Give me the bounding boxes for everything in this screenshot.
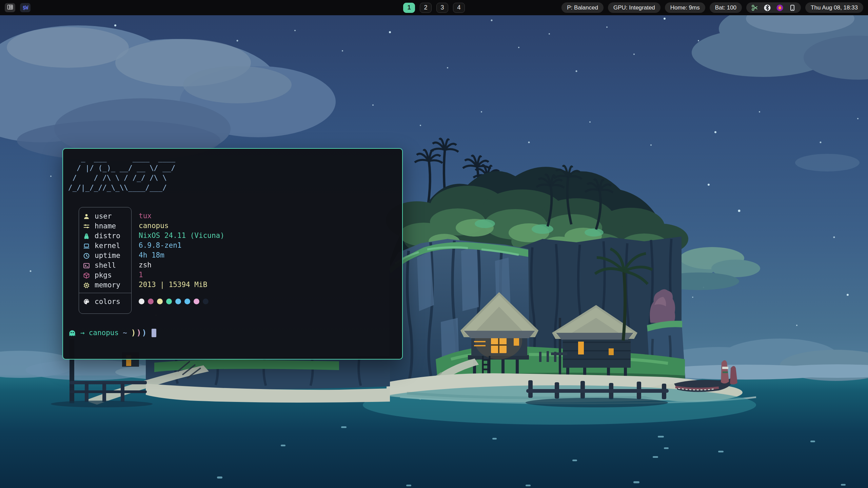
info-key-colors: colors (79, 293, 131, 310)
workspace-pill-1[interactable]: 1 (403, 3, 415, 13)
network-latency-pill[interactable]: Home: 9ms (665, 2, 705, 13)
prompt-path: ~ (123, 328, 127, 338)
fastfetch-values: tuxcanopusNixOS 24.11 (Vicuna)6.9.8-zen1… (132, 207, 224, 314)
color-swatch (175, 299, 181, 304)
penguin-icon (83, 233, 90, 240)
prompt-chevron: ) (131, 328, 136, 338)
user-icon (83, 213, 90, 220)
power-profile-pill[interactable]: P: Balanced (561, 2, 604, 13)
nixos-ascii-logo: _ ___ ____ ____ / |/ (_)_ __/ __ \/ __/ … (68, 154, 402, 193)
workspace-switcher: 1234 (403, 3, 465, 13)
info-value-memory: 2013 | 15394 MiB (139, 280, 224, 290)
flameshot-icon[interactable] (776, 4, 784, 12)
info-value-uptime: 4h 18m (139, 250, 224, 260)
color-swatch (148, 299, 154, 304)
app-grid-icon (7, 4, 13, 12)
wezterm-icon: $W (22, 5, 28, 11)
color-swatch (139, 299, 144, 304)
info-key-memory: memory (79, 280, 131, 290)
info-value-distro: NixOS 24.11 (Vicuna) (139, 231, 224, 241)
top-status-bar: $W 1234 P: Balanced GPU: Integrated Home… (0, 0, 868, 15)
info-label: hname (95, 221, 116, 231)
prompt-chevron: ) (142, 328, 147, 338)
workspace-pill-4[interactable]: 4 (453, 3, 465, 13)
info-label: distro (95, 231, 120, 241)
info-value-kernel: 6.9.8-zen1 (139, 241, 224, 250)
terminal-window[interactable]: _ ___ ____ ____ / |/ (_)_ __/ __ \/ __/ … (62, 148, 403, 360)
color-swatch (203, 299, 209, 304)
network-latency-label: Home: 9ms (670, 4, 700, 11)
sliders-icon (83, 223, 90, 230)
system-tray (746, 2, 801, 13)
chip-icon (83, 282, 90, 289)
bar-right-group: P: Balanced GPU: Integrated Home: 9ms Ba… (561, 2, 865, 13)
color-swatch (184, 299, 190, 304)
info-label: user (95, 211, 112, 221)
fastfetch-panel: userhnamedistrokerneluptimeshellpkgsmemo… (79, 207, 402, 314)
clock-label: Thu Aug 08, 18:33 (811, 4, 858, 11)
info-label: shell (95, 261, 116, 270)
scissors-icon[interactable] (751, 4, 758, 12)
info-value-pkgs: 1 (139, 270, 224, 280)
palette-icon (83, 298, 90, 305)
info-label: memory (95, 280, 120, 290)
info-label: kernel (95, 241, 120, 251)
prompt-chevron: ) (137, 328, 141, 338)
info-key-shell: shell (79, 261, 131, 270)
package-icon (83, 272, 90, 279)
info-label: uptime (95, 251, 120, 261)
workspace-pill-3[interactable]: 3 (436, 3, 448, 13)
gpu-label: GPU: Integrated (613, 4, 655, 11)
phone-icon[interactable] (789, 4, 796, 12)
fastfetch-key-box: userhnamedistrokerneluptimeshellpkgsmemo… (79, 207, 132, 314)
terminal-cursor[interactable] (152, 329, 156, 337)
info-key-uptime: uptime (79, 251, 131, 261)
workspace-pill-2[interactable]: 2 (420, 3, 432, 13)
app-launcher-button[interactable] (5, 3, 15, 12)
clock-pill[interactable]: Thu Aug 08, 18:33 (805, 2, 863, 13)
prompt-arrow: → (80, 328, 85, 338)
info-value-hname: canopus (139, 221, 224, 231)
terminal-icon (83, 262, 90, 269)
terminal-color-swatches (139, 293, 224, 310)
shell-prompt[interactable]: →canopus~))) (68, 328, 402, 338)
color-swatch (194, 299, 199, 304)
ghost-icon (68, 329, 76, 337)
info-key-distro: distro (79, 231, 131, 241)
info-value-user: tux (139, 211, 224, 221)
clock-icon (83, 252, 90, 259)
bluetooth-icon[interactable] (764, 4, 771, 12)
terminal-content: _ ___ ____ ____ / |/ (_)_ __/ __ \/ __/ … (63, 149, 402, 359)
info-key-pkgs: pkgs (79, 270, 131, 280)
info-key-user: user (79, 211, 131, 221)
battery-label: Bat: 100 (715, 4, 736, 11)
color-swatch (166, 299, 172, 304)
gpu-pill[interactable]: GPU: Integrated (608, 2, 660, 13)
info-key-hname: hname (79, 221, 131, 231)
bar-left-group: $W (3, 3, 31, 12)
laptop-icon (83, 243, 90, 249)
terminal-app-button[interactable]: $W (20, 3, 31, 12)
info-key-kernel: kernel (79, 241, 131, 251)
power-profile-label: P: Balanced (567, 4, 598, 11)
battery-pill[interactable]: Bat: 100 (710, 2, 742, 13)
info-label: colors (95, 297, 120, 307)
info-value-shell: zsh (139, 260, 224, 270)
color-swatch (157, 299, 163, 304)
info-label: pkgs (95, 270, 112, 280)
prompt-hostname: canopus (89, 328, 119, 338)
